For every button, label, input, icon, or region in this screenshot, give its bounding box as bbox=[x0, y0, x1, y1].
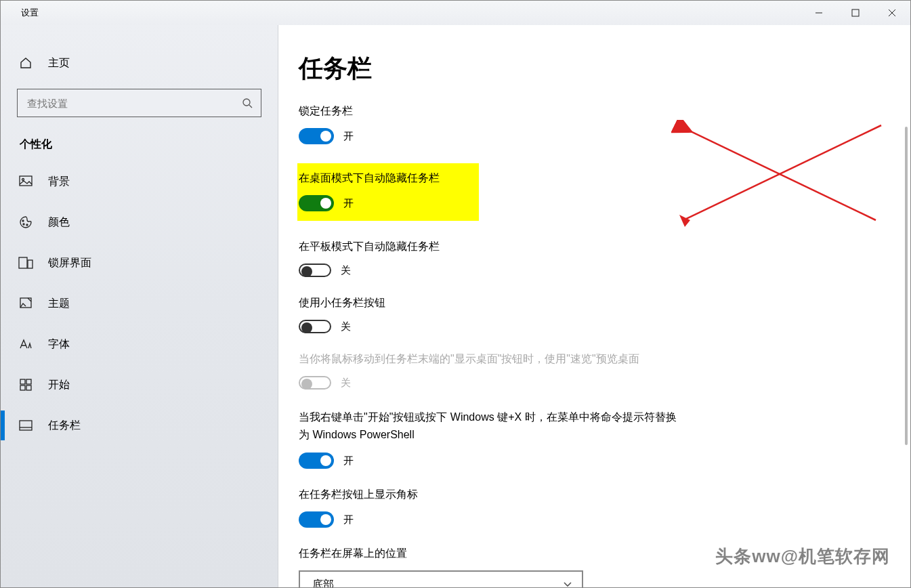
sidebar-item-label: 颜色 bbox=[48, 215, 70, 230]
sidebar-section-title: 个性化 bbox=[1, 128, 278, 161]
sidebar-home-label: 主页 bbox=[48, 56, 70, 70]
page-title: 任务栏 bbox=[299, 52, 910, 85]
sidebar-item-label: 任务栏 bbox=[48, 419, 81, 433]
sidebar-item-lockscreen[interactable]: 锁屏界面 bbox=[1, 243, 278, 283]
toggle-lock-taskbar[interactable] bbox=[299, 128, 334, 144]
setting-label: 当你将鼠标移动到任务栏末端的"显示桌面"按钮时，使用"速览"预览桌面 bbox=[299, 352, 773, 366]
position-dropdown[interactable]: 底部 bbox=[299, 570, 583, 587]
search-box[interactable] bbox=[17, 89, 261, 117]
sidebar: 主页 个性化 背景 颜色 锁屏界面 bbox=[1, 25, 278, 587]
picture-icon bbox=[18, 174, 33, 189]
svg-rect-14 bbox=[20, 379, 25, 384]
svg-point-4 bbox=[243, 99, 250, 106]
setting-small-buttons: 使用小任务栏按钮 关 bbox=[299, 296, 773, 333]
lockscreen-icon bbox=[18, 255, 33, 270]
close-button[interactable] bbox=[874, 1, 910, 25]
svg-rect-18 bbox=[20, 421, 32, 430]
taskbar-icon bbox=[18, 418, 33, 433]
setting-label: 锁定任务栏 bbox=[299, 104, 773, 119]
main-area: 主页 个性化 背景 颜色 锁屏界面 bbox=[1, 25, 910, 587]
search-input[interactable] bbox=[27, 98, 242, 109]
setting-autohide-desktop: 在桌面模式下自动隐藏任务栏 开 bbox=[297, 163, 479, 221]
setting-label: 在任务栏按钮上显示角标 bbox=[299, 488, 773, 502]
sidebar-item-label: 锁屏界面 bbox=[48, 256, 91, 270]
setting-label: 当我右键单击"开始"按钮或按下 Windows 键+X 时，在菜单中将命令提示符… bbox=[299, 408, 678, 443]
toggle-state: 关 bbox=[341, 377, 351, 390]
sidebar-item-fonts[interactable]: 字体 bbox=[1, 324, 278, 364]
toggle-state: 开 bbox=[343, 455, 354, 467]
palette-icon bbox=[18, 215, 33, 230]
toggle-autohide-tablet[interactable] bbox=[299, 264, 331, 277]
maximize-button[interactable] bbox=[837, 1, 874, 25]
toggle-badges[interactable] bbox=[299, 511, 334, 528]
titlebar: 设置 bbox=[1, 1, 910, 25]
sidebar-item-label: 主题 bbox=[48, 297, 70, 311]
sidebar-item-start[interactable]: 开始 bbox=[1, 364, 278, 405]
setting-lock-taskbar: 锁定任务栏 开 bbox=[299, 104, 773, 144]
setting-badges: 在任务栏按钮上显示角标 开 bbox=[299, 488, 773, 528]
setting-position: 任务栏在屏幕上的位置 底部 bbox=[299, 547, 773, 587]
svg-point-10 bbox=[26, 224, 28, 226]
setting-label: 在平板模式下自动隐藏任务栏 bbox=[299, 240, 773, 254]
setting-label: 任务栏在屏幕上的位置 bbox=[299, 547, 773, 561]
toggle-state: 开 bbox=[343, 197, 354, 210]
window-title: 设置 bbox=[1, 7, 39, 19]
svg-line-5 bbox=[249, 105, 252, 108]
start-icon bbox=[18, 377, 33, 392]
toggle-state: 关 bbox=[341, 264, 351, 277]
svg-rect-11 bbox=[19, 257, 27, 268]
svg-point-7 bbox=[22, 179, 24, 181]
chevron-down-icon bbox=[563, 581, 572, 587]
toggle-state: 开 bbox=[343, 130, 354, 143]
sidebar-item-taskbar[interactable]: 任务栏 bbox=[1, 405, 278, 446]
dropdown-value: 底部 bbox=[312, 578, 334, 587]
window-controls bbox=[801, 1, 910, 25]
home-icon bbox=[18, 56, 33, 70]
setting-label: 使用小任务栏按钮 bbox=[299, 296, 773, 310]
theme-icon bbox=[18, 296, 33, 311]
setting-powershell: 当我右键单击"开始"按钮或按下 Windows 键+X 时，在菜单中将命令提示符… bbox=[299, 408, 678, 469]
toggle-state: 关 bbox=[341, 320, 351, 333]
minimize-button[interactable] bbox=[801, 1, 837, 25]
sidebar-item-label: 背景 bbox=[48, 175, 70, 189]
sidebar-item-label: 开始 bbox=[48, 378, 70, 392]
svg-rect-1 bbox=[852, 9, 859, 16]
svg-rect-12 bbox=[28, 260, 33, 268]
setting-label: 在桌面模式下自动隐藏任务栏 bbox=[297, 171, 479, 186]
toggle-powershell[interactable] bbox=[299, 453, 334, 469]
toggle-peek bbox=[299, 376, 331, 390]
toggle-state: 开 bbox=[343, 513, 354, 526]
sidebar-item-colors[interactable]: 颜色 bbox=[1, 202, 278, 243]
sidebar-item-label: 字体 bbox=[48, 337, 70, 352]
svg-rect-17 bbox=[26, 385, 31, 390]
sidebar-item-themes[interactable]: 主题 bbox=[1, 283, 278, 324]
toggle-autohide-desktop[interactable] bbox=[299, 195, 334, 211]
font-icon bbox=[18, 337, 33, 352]
svg-rect-16 bbox=[20, 385, 25, 390]
scrollbar[interactable] bbox=[905, 127, 908, 445]
svg-rect-6 bbox=[20, 176, 32, 186]
sidebar-item-background[interactable]: 背景 bbox=[1, 161, 278, 202]
toggle-small-buttons[interactable] bbox=[299, 320, 331, 333]
sidebar-home[interactable]: 主页 bbox=[1, 44, 278, 82]
svg-point-9 bbox=[23, 224, 24, 225]
search-icon bbox=[242, 98, 253, 108]
setting-peek: 当你将鼠标移动到任务栏末端的"显示桌面"按钮时，使用"速览"预览桌面 关 bbox=[299, 352, 773, 390]
svg-rect-15 bbox=[26, 379, 31, 384]
setting-autohide-tablet: 在平板模式下自动隐藏任务栏 关 bbox=[299, 240, 773, 277]
svg-point-8 bbox=[22, 220, 24, 222]
content-pane: 任务栏 锁定任务栏 开 在桌面模式下自动隐藏任务栏 开 在平板模式下自动隐藏任务… bbox=[278, 25, 910, 587]
